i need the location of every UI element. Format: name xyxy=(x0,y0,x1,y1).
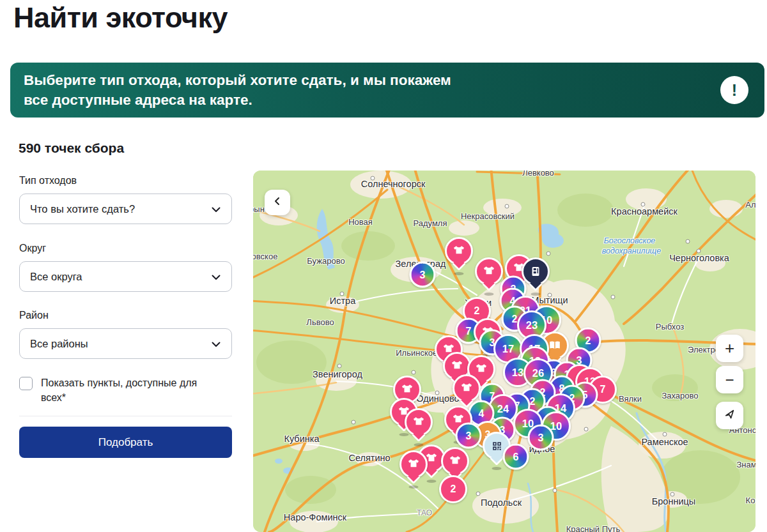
cluster-marker[interactable]: 3 xyxy=(528,425,554,451)
clothes-pin[interactable] xyxy=(441,447,469,475)
map-settlement-dot xyxy=(697,249,701,254)
map-place-label: Истра xyxy=(330,296,355,306)
info-banner-line2: все доступные адреса на карте. xyxy=(24,90,451,110)
fandomat-pin[interactable] xyxy=(522,257,550,285)
points-count-heading: 590 точек сбора xyxy=(19,141,124,156)
clothes-pin[interactable] xyxy=(453,374,481,402)
chevron-down-icon xyxy=(210,338,222,353)
map-place-label: Але xyxy=(745,200,755,209)
waste-type-select[interactable]: Что вы хотите сдать? xyxy=(19,194,232,224)
map-place-label: Захарово xyxy=(662,391,698,400)
map-place-label: Львово xyxy=(306,317,334,327)
map-settlement-dot xyxy=(546,252,551,256)
chevron-down-icon xyxy=(210,271,222,285)
available-for-all-label: Показать пункты, доступные для всех* xyxy=(41,376,217,405)
chevron-left-icon xyxy=(272,196,283,209)
info-banner-line1: Выберите тип отхода, который хотите сдат… xyxy=(24,70,451,90)
cluster-marker[interactable]: 3 xyxy=(456,423,482,449)
pink-count-marker[interactable]: 2 xyxy=(439,475,467,503)
map-place-label: водохранилище xyxy=(602,247,661,255)
map-place-label: Ко xyxy=(746,496,755,505)
clothes-pin[interactable] xyxy=(445,237,473,265)
navigation-arrow-icon xyxy=(724,408,736,423)
zoom-in-button[interactable]: + xyxy=(716,335,743,362)
raion-label: Район xyxy=(19,310,49,321)
map-settlement-dot xyxy=(352,420,356,425)
map-place-label: Радумля xyxy=(414,218,447,228)
map-settlement-dot xyxy=(337,364,342,369)
map-settlement-dot xyxy=(584,427,589,432)
map-place-label: Черноголовка xyxy=(669,253,729,263)
map-place-label: Наро-Фоминск xyxy=(284,512,346,522)
okrug-select[interactable]: Все округа xyxy=(19,261,232,292)
map-settlement-dot xyxy=(670,492,675,497)
exclamation-icon: ! xyxy=(720,76,748,104)
map-place-label: Солнечногорск xyxy=(361,179,426,189)
map-place-label: Подольск xyxy=(481,498,522,508)
page-title: Найти экоточку xyxy=(13,1,228,34)
map-settlement-dot xyxy=(340,292,345,296)
map-place-label: овское xyxy=(253,252,277,261)
back-button[interactable] xyxy=(265,190,290,215)
info-banner: Выберите тип отхода, который хотите сдат… xyxy=(10,63,764,118)
available-for-all-checkbox[interactable] xyxy=(19,377,33,390)
map-place-label: Раменское xyxy=(641,437,688,447)
map-settlement-dot xyxy=(686,239,690,244)
map-place-label: Одинцово xyxy=(416,393,459,404)
map-place-label: Красный Путь xyxy=(566,524,621,532)
map-settlement-dot xyxy=(412,370,416,375)
waste-type-value: Что вы хотите сдать? xyxy=(30,203,135,215)
cluster-marker[interactable]: 3 xyxy=(410,262,436,288)
map-canvas[interactable]: СолнечногорскЛевковоНекрасовскийНоваяРад… xyxy=(253,171,755,532)
map-place-label: Бронницы xyxy=(652,496,696,506)
raion-select[interactable]: Все районы xyxy=(19,328,232,359)
clothes-pin[interactable] xyxy=(405,408,433,436)
map-settlement-dot xyxy=(476,492,481,496)
map-settlement-dot xyxy=(611,295,616,300)
okrug-label: Округ xyxy=(19,243,46,254)
divider xyxy=(19,416,232,416)
map-place-label: Рыбхоз xyxy=(656,322,684,331)
raion-value: Все районы xyxy=(30,338,88,350)
clothes-pin[interactable] xyxy=(475,257,503,285)
cluster-marker[interactable]: 6 xyxy=(503,444,529,470)
map-place-label: Красноармейск xyxy=(611,206,678,217)
map-settlement-dot xyxy=(435,391,440,395)
locate-button[interactable] xyxy=(716,402,743,429)
map-place-label: Звенигород xyxy=(313,369,362,379)
map-place-label: рын xyxy=(253,204,265,214)
map-settlement-dot xyxy=(663,432,667,437)
map-place-label: Некрасовский xyxy=(461,211,515,221)
map-settlement-dot xyxy=(553,489,557,493)
map-settlement-dot xyxy=(371,176,375,181)
map-place-label: Кубинка xyxy=(284,434,320,444)
map-place-label: Вялки xyxy=(619,394,642,404)
clothes-pin[interactable] xyxy=(399,450,428,478)
info-banner-text: Выберите тип отхода, который хотите сдат… xyxy=(24,70,451,110)
map-settlement-dot xyxy=(505,204,509,209)
chevron-down-icon xyxy=(210,204,222,218)
map-settlement-dot xyxy=(641,202,646,207)
zoom-out-button[interactable]: − xyxy=(716,366,743,393)
okrug-value: Все округа xyxy=(30,271,82,283)
map-place-label: Знам xyxy=(736,460,755,469)
map-place-label: Селятино xyxy=(348,453,390,463)
map-place-label: Богословское xyxy=(604,236,656,245)
map-place-label: Новая xyxy=(348,217,373,227)
waste-type-label: Тип отходов xyxy=(19,175,77,186)
map-settlement-dot xyxy=(548,293,552,298)
map-place-label: Бужарово xyxy=(307,256,345,266)
map-place-label: ТАО xyxy=(417,508,432,517)
submit-button[interactable]: Подобрать xyxy=(19,427,232,458)
available-for-all-checkbox-row[interactable]: Показать пункты, доступные для всех* xyxy=(19,376,217,405)
map-place-label: Левково xyxy=(522,171,554,178)
